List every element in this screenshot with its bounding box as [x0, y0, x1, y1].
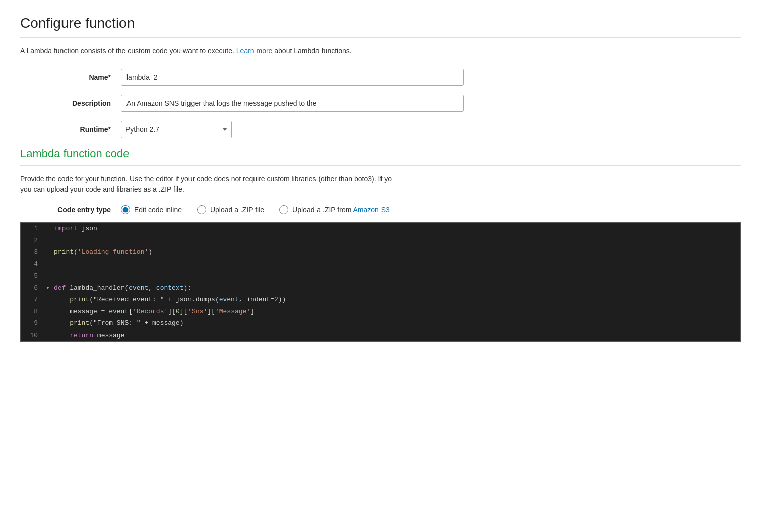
radio-s3-label: Upload a .ZIP from Amazon S3 [292, 206, 390, 214]
line-num-4: 4 [21, 258, 46, 271]
runtime-label: Runtime* [20, 125, 121, 134]
page-title: Configure function [20, 15, 741, 31]
line-content-8: message = event['Records'][0]['Sns']['Me… [54, 306, 255, 318]
code-line-8: 8 message = event['Records'][0]['Sns']['… [21, 306, 740, 318]
description-input[interactable] [121, 95, 464, 112]
line-gutter-4 [46, 258, 54, 271]
name-input[interactable] [121, 69, 464, 86]
line-content-4 [54, 258, 58, 271]
code-line-6: 6 ▾ def lambda_handler(event, context): [21, 282, 740, 294]
line-gutter-8 [46, 306, 54, 318]
line-content-7: print("Received event: " + json.dumps(ev… [54, 294, 286, 306]
line-content-2 [54, 235, 58, 247]
radio-zip-label: Upload a .ZIP file [210, 206, 264, 214]
line-num-10: 10 [21, 329, 46, 342]
radio-inline-input[interactable] [121, 205, 130, 214]
lambda-code-desc-line2: you can upload your code and libraries a… [20, 185, 184, 193]
description-row: Description [20, 95, 741, 112]
code-editor[interactable]: 1 import json 2 3 print('Loading functio… [20, 222, 741, 342]
title-divider [20, 37, 741, 38]
code-line-2: 2 [21, 235, 740, 247]
radio-s3[interactable]: Upload a .ZIP from Amazon S3 [279, 205, 390, 214]
code-entry-radio-group: Edit code inline Upload a .ZIP file Uplo… [121, 205, 390, 214]
radio-inline[interactable]: Edit code inline [121, 205, 182, 214]
runtime-select-wrapper: Python 2.7 Python 3.6 Node.js 8.10 Java … [121, 121, 232, 138]
name-row: Name* [20, 69, 741, 86]
lambda-code-divider [20, 165, 741, 166]
code-line-9: 9 print("From SNS: " + message) [21, 317, 740, 329]
radio-zip[interactable]: Upload a .ZIP file [197, 205, 264, 214]
code-line-3: 3 print('Loading function') [21, 246, 740, 258]
line-gutter-1 [46, 223, 54, 235]
line-gutter-6: ▾ [46, 282, 54, 294]
line-content-5 [54, 270, 58, 282]
intro-text: A Lambda function consists of the custom… [20, 46, 741, 56]
amazon-s3-link[interactable]: Amazon S3 [353, 206, 389, 214]
code-line-10: 10 return message [21, 329, 740, 342]
radio-zip-input[interactable] [197, 205, 206, 214]
line-content-1: import json [54, 223, 97, 235]
code-line-7: 7 print("Received event: " + json.dumps(… [21, 294, 740, 306]
line-num-9: 9 [21, 317, 46, 329]
line-gutter-10 [46, 329, 54, 342]
line-content-9: print("From SNS: " + message) [54, 317, 183, 329]
line-num-2: 2 [21, 235, 46, 247]
runtime-select[interactable]: Python 2.7 Python 3.6 Node.js 8.10 Java … [121, 121, 232, 138]
runtime-row: Runtime* Python 2.7 Python 3.6 Node.js 8… [20, 121, 741, 138]
name-label: Name* [20, 73, 121, 81]
lambda-code-desc-line1: Provide the code for your function. Use … [20, 175, 392, 183]
line-num-5: 5 [21, 270, 46, 282]
line-num-1: 1 [21, 223, 46, 235]
line-gutter-2 [46, 235, 54, 247]
line-gutter-7 [46, 294, 54, 306]
line-gutter-5 [46, 270, 54, 282]
line-num-7: 7 [21, 294, 46, 306]
learn-more-link[interactable]: Learn more [236, 47, 273, 55]
code-line-1: 1 import json [21, 223, 740, 235]
lambda-code-description: Provide the code for your function. Use … [20, 174, 741, 195]
intro-suffix: about Lambda functions. [274, 47, 351, 55]
line-content-10: return message [54, 329, 124, 342]
line-gutter-3 [46, 246, 54, 258]
line-num-3: 3 [21, 246, 46, 258]
code-entry-label: Code entry type [20, 206, 121, 214]
code-entry-row: Code entry type Edit code inline Upload … [20, 205, 741, 214]
lambda-code-section-title: Lambda function code [20, 147, 741, 160]
description-label: Description [20, 99, 121, 107]
line-num-6: 6 [21, 282, 46, 294]
radio-s3-input[interactable] [279, 205, 288, 214]
intro-prefix: A Lambda function consists of the custom… [20, 47, 234, 55]
radio-inline-label: Edit code inline [134, 206, 182, 214]
line-num-8: 8 [21, 306, 46, 318]
code-line-5: 5 [21, 270, 740, 282]
line-content-6: def lambda_handler(event, context): [54, 282, 192, 294]
line-content-3: print('Loading function') [54, 246, 152, 258]
code-line-4: 4 [21, 258, 740, 271]
line-gutter-9 [46, 317, 54, 329]
